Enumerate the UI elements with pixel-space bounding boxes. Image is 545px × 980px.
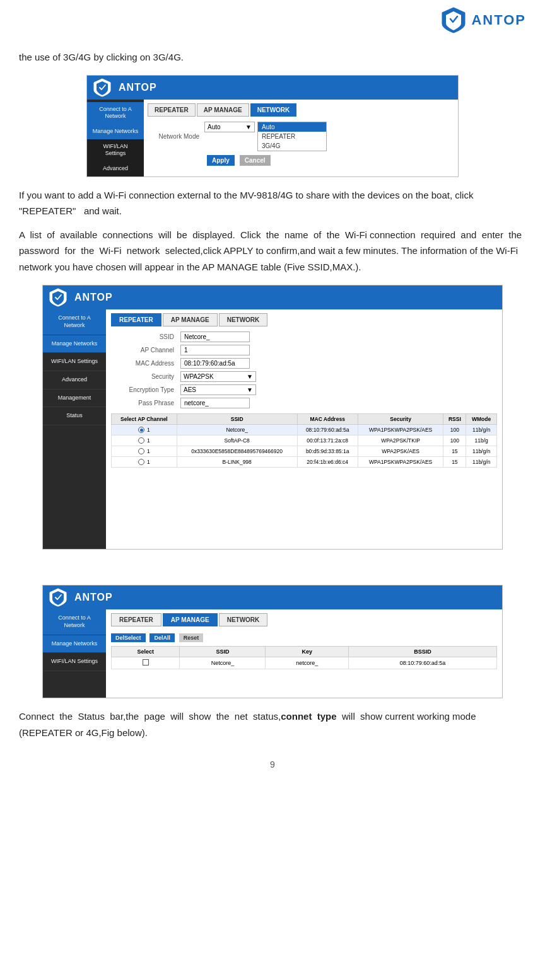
ss2-sidebar-wifi[interactable]: WIFI/LAN Settings: [43, 353, 106, 371]
ss1-mode-select[interactable]: Auto▼: [204, 122, 255, 132]
ss3-tab-repeater[interactable]: REPEATER: [111, 613, 161, 626]
ss1-cancel-btn[interactable]: Cancel: [240, 155, 271, 166]
table-row: 1 0x333630E5858DE884895769466920 b0:d5:9…: [112, 446, 497, 457]
ss3-sidebar-connect[interactable]: Connect to ANetwork: [43, 609, 106, 635]
ss2-row4-security: WPA1PSKWPA2PSK/AES: [358, 457, 443, 468]
ss2-th-ssid: SSID: [177, 414, 297, 425]
ss2-radio-4[interactable]: [138, 459, 144, 465]
table-row: Netcore_ netcore_ 08:10:79:60:ad:5a: [112, 657, 497, 669]
ss3-tab-apmanage[interactable]: AP MANAGE: [163, 613, 218, 626]
ss1-tab-apmanage[interactable]: AP MANAGE: [197, 103, 249, 117]
ss1-tab-repeater[interactable]: REPEATER: [148, 103, 196, 117]
ss3-del-all-btn[interactable]: DelAll: [149, 633, 175, 642]
header-logo-text: ANTOP: [471, 12, 526, 28]
ss2-enc-row: Encryption Type AES ▼: [111, 384, 497, 395]
screenshot-3: ANTOP Connect to ANetwork Manage Network…: [42, 585, 503, 698]
ss2-row3-select[interactable]: 1: [112, 446, 177, 457]
ss2-sidebar-management[interactable]: Management: [43, 389, 106, 408]
ss1-option-auto[interactable]: Auto: [258, 122, 326, 132]
ss2-row2-mac: 00:0f:13:71:2a:c8: [297, 435, 358, 446]
ss2-row1-security: WPA1PSKWPA2PSK/AES: [358, 425, 443, 435]
ss3-row1-ssid: Netcore_: [180, 657, 266, 669]
ss2-th-security: Security: [358, 414, 443, 425]
ss2-radio-2[interactable]: [138, 437, 144, 444]
ss2-ap-table: Select AP Channel SSID MAC Address Secur…: [111, 413, 497, 468]
ss1-apply-btn[interactable]: Apply: [207, 155, 235, 166]
ss2-row1-rssi: 100: [443, 425, 466, 435]
ss2-radio-1[interactable]: [138, 427, 144, 433]
ss2-mac-row: MAC Address 08:10:79:60:ad:5a: [111, 358, 497, 369]
ss2-sidebar-advanced[interactable]: Advanced: [43, 371, 106, 389]
ss2-logo-shield: [49, 288, 67, 307]
ss2-ssid-value: Netcore_: [180, 331, 250, 342]
ss3-row1-key: netcore_: [266, 657, 349, 669]
ss2-row4-ssid: B-LINK_998: [177, 457, 297, 468]
ss3-th-ssid: SSID: [180, 647, 266, 657]
ss1-sidebar-connect[interactable]: Connect to ANetwork: [87, 102, 144, 124]
ss1-sidebar-advanced[interactable]: Advanced: [87, 161, 144, 176]
ss2-security-row: Security WPA2PSK ▼: [111, 371, 497, 382]
screenshot-2: ANTOP Connect to ANetwork Manage Network…: [42, 285, 503, 550]
ss3-tab-network[interactable]: NETWORK: [219, 613, 268, 626]
ss3-row1-bssid: 08:10:79:60:ad:5a: [349, 657, 497, 669]
ss1-tab-network[interactable]: NETWORK: [250, 103, 297, 117]
ss2-row3-security: WPA2PSK/AES: [358, 446, 443, 457]
ss1-sidebar-wifi[interactable]: WIFI/LAN Settings: [87, 139, 144, 161]
ss1-header: ANTOP: [87, 76, 458, 100]
ss1-option-3g4g[interactable]: 3G/4G: [258, 141, 326, 151]
ss2-ssid-row: SSID Netcore_: [111, 331, 497, 342]
ss2-channel-row: AP Channel 1: [111, 345, 497, 355]
ss3-th-key: Key: [266, 647, 349, 657]
ss3-reset-btn[interactable]: Reset: [179, 633, 204, 642]
ss2-row1-ssid: Netcore_: [177, 425, 297, 435]
ss3-sidebar: Connect to ANetwork Manage Networks WIFI…: [43, 609, 106, 698]
ss1-option-repeater[interactable]: REPEATER: [258, 132, 326, 141]
ss2-sidebar: Connect to ANetwork Manage Networks WIFI…: [43, 309, 106, 549]
ss2-radio-3[interactable]: [138, 448, 144, 454]
ss1-network-mode-row: Network Mode Auto▼ Auto REPEATER 3G/4G: [148, 122, 454, 151]
ss2-ssid-label: SSID: [111, 333, 180, 340]
ss2-row1-select[interactable]: 1: [112, 425, 177, 435]
intro-text: the use of 3G/4G by clicking on 3G/4G.: [19, 50, 526, 65]
ss3-checkbox-1[interactable]: [143, 659, 149, 666]
ss3-sidebar-manage[interactable]: Manage Networks: [43, 635, 106, 654]
ss2-row2-ssid: SoftAP-C8: [177, 435, 297, 446]
ss2-row3-mac: b0:d5:9d:33:85:1a: [297, 446, 358, 457]
ss2-tab-apmanage[interactable]: AP MANAGE: [163, 313, 218, 326]
ss2-row1-mac: 08:10:79:60:ad:5a: [297, 425, 358, 435]
ss2-sidebar-status[interactable]: Status: [43, 407, 106, 425]
ss2-security-select[interactable]: WPA2PSK ▼: [180, 371, 256, 382]
ss3-tabs: REPEATER AP MANAGE NETWORK: [111, 613, 497, 626]
ss2-row3-rssi: 15: [443, 446, 466, 457]
ss2-row4-select[interactable]: 1: [112, 457, 177, 468]
ss2-pass-row: Pass Phrase netcore_: [111, 398, 497, 408]
ss3-sidebar-wifi[interactable]: WIFI/LAN Settings: [43, 653, 106, 671]
ss3-th-bssid: BSSID: [349, 647, 497, 657]
ss2-tab-network[interactable]: NETWORK: [219, 313, 268, 326]
ss2-security-value: WPA2PSK: [184, 373, 214, 380]
ss2-sidebar-connect[interactable]: Connect to ANetwork: [43, 309, 106, 335]
ss2-pass-value: netcore_: [180, 398, 250, 408]
ss3-header: ANTOP: [43, 585, 502, 609]
ss2-row2-wmode: 11b/g: [466, 435, 497, 446]
ss2-tab-repeater[interactable]: REPEATER: [111, 313, 161, 326]
screenshot-1: ANTOP Connect to ANetwork Manage Network…: [86, 75, 459, 177]
ss1-logo-text: ANTOP: [119, 82, 157, 93]
ss2-header: ANTOP: [43, 285, 502, 309]
ss2-row4-wmode: 11b/g/n: [466, 457, 497, 468]
antop-logo-shield: [441, 6, 466, 34]
ss1-sidebar-manage[interactable]: Manage Networks: [87, 124, 144, 139]
ss2-mac-value: 08:10:79:60:ad:5a: [180, 358, 250, 369]
footer-text-bold: connet type: [281, 711, 336, 722]
ss3-row1-select[interactable]: [112, 657, 180, 669]
ss2-th-select: Select AP Channel: [112, 414, 177, 425]
body-text-1: If you want to add a Wi-Fi connection ex…: [19, 187, 526, 219]
ss2-row2-select[interactable]: 1: [112, 435, 177, 446]
ss2-row4-mac: 20:f4:1b:e6:d6:c4: [297, 457, 358, 468]
ss2-enc-select[interactable]: AES ▼: [180, 384, 256, 395]
ss2-enc-label: Encryption Type: [111, 386, 180, 393]
ss3-del-select-btn[interactable]: DelSelect: [111, 633, 146, 642]
ss2-sidebar-manage[interactable]: Manage Networks: [43, 335, 106, 354]
ss2-channel-label: AP Channel: [111, 347, 180, 354]
ss2-logo-text: ANTOP: [74, 292, 113, 303]
